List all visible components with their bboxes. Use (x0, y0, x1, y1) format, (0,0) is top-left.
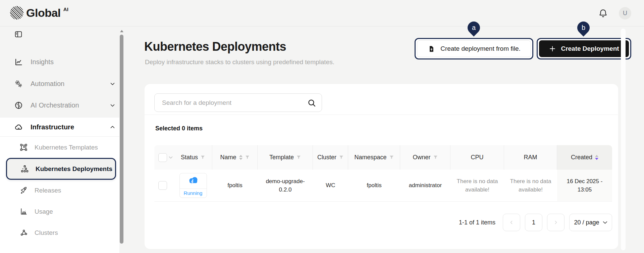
infrastructure-cloud-icon (14, 123, 23, 132)
sidebar-item-releases[interactable]: Releases (0, 180, 119, 201)
search-input[interactable] (155, 94, 322, 112)
column-header-status[interactable]: Status (174, 145, 212, 170)
kubernetes-templates-icon (19, 143, 28, 152)
sort-icon-active[interactable] (595, 155, 598, 160)
sidebar-item-label: Insights (31, 58, 54, 66)
sidebar-item-automation[interactable]: Automation (0, 74, 119, 93)
sidebar-item-insights[interactable]: Insights (0, 52, 119, 71)
select-options-chevron-icon[interactable] (169, 156, 173, 159)
automation-gears-icon (14, 79, 23, 88)
column-header-template[interactable]: Template (258, 145, 313, 170)
column-header-created[interactable]: Created (557, 145, 612, 170)
sort-icon[interactable] (239, 155, 243, 160)
page-title: Kubernetes Deployments (144, 40, 286, 54)
status-text: Running (180, 189, 207, 198)
chevron-down-icon (603, 221, 607, 224)
select-all-checkbox[interactable] (158, 153, 167, 162)
pagination-next-button[interactable] (547, 214, 565, 231)
selected-items-count: Selected 0 items (155, 125, 203, 132)
create-deployment-from-file-button[interactable]: Create deployment from file. (417, 40, 531, 57)
plus-icon (549, 45, 556, 52)
chevron-down-icon[interactable] (110, 102, 115, 108)
deployments-card: Selected 0 items Status (145, 84, 618, 249)
chevron-up-icon[interactable] (110, 124, 115, 130)
sidebar-item-label: Kubernetes Templates (35, 144, 98, 151)
column-header-ram[interactable]: RAM (504, 145, 557, 170)
pagination-page-size-select[interactable]: 20 / page (569, 214, 612, 231)
sidebar-scrollbar[interactable] (119, 28, 124, 252)
column-header-owner[interactable]: Owner (400, 145, 450, 170)
column-label: Status (181, 154, 198, 161)
notifications-bell-icon[interactable] (598, 8, 608, 18)
chevron-down-icon[interactable] (110, 81, 115, 87)
created-cell: 16 Dec 2025 - 13:05 (557, 170, 612, 201)
avatar-initial: U (623, 10, 627, 17)
column-header-namespace[interactable]: Namespace (348, 145, 400, 170)
ram-cell: There is no data available! (504, 170, 557, 201)
sidebar-item-kubernetes-templates[interactable]: Kubernetes Templates (0, 137, 119, 158)
status-badge[interactable]: Running (179, 173, 207, 198)
sidebar-item-usage[interactable]: Usage (0, 201, 119, 222)
sidebar-item-label: AI Orchestration (31, 101, 79, 109)
create-deployment-label: Create Deployment (561, 45, 619, 52)
column-label: Namespace (354, 154, 386, 161)
sidebar-item-ai-orchestration[interactable]: AI Orchestration (0, 96, 119, 115)
column-label: Created (571, 154, 592, 161)
file-upload-icon (427, 45, 435, 53)
sidebar-item-label: Kubernetes Deployments (36, 165, 112, 173)
filter-icon[interactable] (433, 155, 438, 160)
infrastructure-section: Infrastructure (0, 118, 119, 253)
filter-icon[interactable] (339, 155, 343, 160)
screen: Global AI U (0, 0, 644, 253)
annotation-box-b: Create Deployment (537, 38, 631, 59)
owner-cell: administrator (400, 170, 450, 201)
sidebar-item-label: Usage (35, 208, 53, 215)
search-box (154, 93, 322, 112)
sidebar-item-infrastructure[interactable]: Infrastructure (0, 118, 119, 137)
status-cloud-bolt-icon (180, 173, 207, 189)
row-checkbox-cell (154, 170, 174, 201)
scrollbar-thumb[interactable] (120, 35, 123, 244)
user-avatar[interactable]: U (619, 7, 631, 19)
page-subtitle: Deploy infrastructure stacks to clusters… (145, 58, 334, 66)
deployments-table: Status Name Template (154, 145, 612, 202)
sidebar-item-label: Releases (35, 187, 61, 194)
row-checkbox[interactable] (158, 181, 167, 190)
annotation-pin-b-label: b (582, 24, 585, 32)
table-row[interactable]: Running fpoltis demo-upgrade-0.2.0 WC fp… (154, 170, 612, 202)
filter-icon[interactable] (245, 155, 250, 160)
filter-icon[interactable] (297, 155, 301, 160)
annotation-box-a: Create deployment from file. (415, 38, 533, 59)
topbar: Global AI U (0, 0, 644, 27)
pagination-prev-button[interactable] (503, 214, 520, 231)
column-header-cpu[interactable]: CPU (450, 145, 504, 170)
column-label: Template (269, 154, 294, 161)
column-header-name[interactable]: Name (212, 145, 258, 170)
create-deployment-button[interactable]: Create Deployment (539, 40, 629, 57)
search-icon[interactable] (307, 98, 316, 108)
cpu-cell: There is no data available! (450, 170, 504, 201)
content-scrollbar[interactable] (621, 29, 626, 250)
filter-icon[interactable] (389, 155, 394, 160)
brand-logo-icon (10, 6, 23, 19)
search-section (145, 84, 618, 115)
releases-rocket-icon (19, 186, 28, 195)
status-cell: Running (174, 170, 212, 201)
sidebar-item-label: Infrastructure (31, 123, 74, 131)
scrollbar-up-arrow-icon[interactable] (120, 30, 123, 32)
column-label: Name (220, 154, 236, 161)
sidebar-item-clusters[interactable]: Clusters (0, 222, 119, 243)
column-header-cluster[interactable]: Cluster (313, 145, 348, 170)
sidebar-item-kubernetes-deployments[interactable]: Kubernetes Deployments (6, 158, 116, 180)
pagination-page-button[interactable]: 1 (525, 214, 542, 231)
page-size-label: 20 / page (574, 219, 599, 226)
annotation-pin-a-label: a (472, 24, 476, 32)
filter-icon[interactable] (201, 155, 205, 160)
create-deployment-from-file-label: Create deployment from file. (440, 45, 521, 52)
brand-name: Global (26, 6, 61, 19)
header-checkbox-cell (154, 145, 174, 170)
insights-chart-icon (14, 57, 23, 67)
sidebar: Insights Automation (0, 27, 127, 253)
sidebar-collapse-icon[interactable] (14, 30, 23, 39)
template-cell: demo-upgrade-0.2.0 (258, 170, 313, 201)
